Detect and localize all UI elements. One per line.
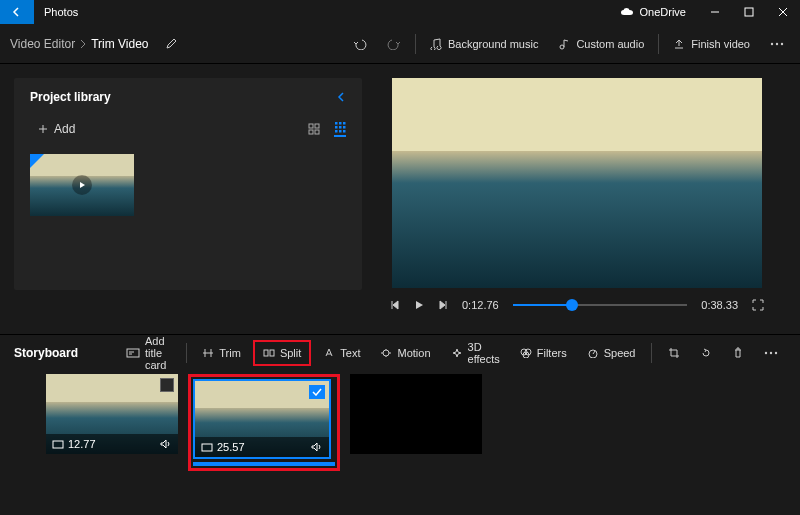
scrubber-knob[interactable] (566, 299, 578, 311)
breadcrumb-video-editor[interactable]: Video Editor (6, 37, 79, 51)
storyboard-clip-2-selected[interactable]: 25.57 (188, 374, 340, 471)
clip-selection-bar (193, 462, 335, 466)
rename-icon[interactable] (165, 38, 177, 50)
clip-duration: 25.57 (217, 441, 245, 453)
project-library-panel: Project library Add (0, 64, 376, 334)
back-button[interactable] (0, 0, 34, 24)
rotate-button[interactable] (692, 340, 720, 366)
library-title: Project library (30, 90, 111, 104)
library-clip-thumbnail[interactable] (30, 154, 134, 216)
volume-icon[interactable] (311, 442, 323, 452)
delete-button[interactable] (724, 340, 752, 366)
maximize-button[interactable] (732, 0, 766, 24)
onedrive-label: OneDrive (640, 6, 686, 18)
motion-label: Motion (397, 347, 430, 359)
more-button[interactable] (760, 24, 794, 64)
close-button[interactable] (766, 0, 800, 24)
storyboard-clip-empty[interactable] (350, 374, 482, 454)
text-label: Text (340, 347, 360, 359)
svg-point-5 (781, 42, 783, 44)
clip-duration: 12.77 (68, 438, 96, 450)
svg-rect-12 (343, 122, 346, 125)
play-button[interactable] (414, 300, 424, 310)
svg-rect-8 (309, 130, 313, 134)
clip-checkbox[interactable] (160, 378, 174, 392)
svg-rect-14 (339, 126, 342, 129)
collapse-icon[interactable] (336, 91, 346, 103)
add-label: Add (54, 122, 75, 136)
app-toolbar: Video Editor Trim Video Background music… (0, 24, 800, 64)
filters-label: Filters (537, 347, 567, 359)
svg-rect-22 (264, 350, 268, 356)
finish-label: Finish video (691, 38, 750, 50)
breadcrumb-trim-video[interactable]: Trim Video (87, 37, 152, 51)
svg-rect-32 (53, 441, 63, 448)
preview-frame[interactable] (392, 78, 762, 288)
selected-corner (30, 154, 44, 168)
split-button[interactable]: Split (253, 340, 311, 366)
add-media-button[interactable]: Add (30, 118, 83, 140)
redo-button[interactable] (377, 24, 411, 64)
svg-rect-1 (745, 8, 753, 16)
3d-label: 3D effects (468, 341, 500, 365)
finish-video-button[interactable]: Finish video (663, 24, 760, 64)
export-icon (673, 38, 685, 50)
svg-rect-9 (315, 130, 319, 134)
svg-point-2 (560, 45, 564, 49)
onedrive-status[interactable]: OneDrive (608, 6, 698, 18)
title-card-icon (126, 348, 140, 358)
motion-icon (380, 348, 392, 358)
volume-icon[interactable] (160, 439, 172, 449)
minimize-button[interactable] (698, 0, 732, 24)
prev-frame-button[interactable] (390, 300, 400, 310)
text-button[interactable]: Text (315, 340, 368, 366)
background-music-button[interactable]: Background music (420, 24, 549, 64)
more-storyboard-button[interactable] (756, 340, 786, 366)
add-title-card-button[interactable]: Add title card (118, 340, 178, 366)
svg-point-24 (383, 350, 389, 356)
duration-icon (52, 440, 64, 449)
trim-button[interactable]: Trim (194, 340, 249, 366)
play-overlay-icon (72, 175, 92, 195)
svg-rect-15 (343, 126, 346, 129)
bg-music-label: Background music (448, 38, 539, 50)
total-time: 0:38.33 (701, 299, 738, 311)
preview-panel: 0:12.76 0:38.33 (376, 64, 800, 334)
svg-rect-13 (335, 126, 338, 129)
trim-icon (202, 348, 214, 358)
svg-rect-33 (202, 444, 212, 451)
svg-rect-6 (309, 124, 313, 128)
next-frame-button[interactable] (438, 300, 448, 310)
svg-rect-19 (127, 349, 139, 357)
storyboard-clip-1[interactable]: 12.77 (46, 374, 178, 454)
trim-label: Trim (219, 347, 241, 359)
current-time: 0:12.76 (462, 299, 499, 311)
title-card-label: Add title card (145, 335, 170, 371)
storyboard-toolbar: Storyboard Add title card Trim Split Tex… (0, 334, 800, 370)
speed-icon (587, 348, 599, 358)
chevron-right-icon (79, 39, 87, 49)
clip-checkbox-checked[interactable] (309, 385, 325, 399)
speed-label: Speed (604, 347, 636, 359)
grid-large-icon[interactable] (308, 123, 320, 135)
grid-small-icon[interactable] (334, 121, 346, 137)
fullscreen-button[interactable] (752, 299, 764, 311)
undo-button[interactable] (343, 24, 377, 64)
scrubber[interactable] (513, 298, 688, 312)
3d-effects-button[interactable]: 3D effects (443, 340, 508, 366)
motion-button[interactable]: Motion (372, 340, 438, 366)
app-name: Photos (34, 6, 88, 18)
crop-button[interactable] (660, 340, 688, 366)
custom-audio-button[interactable]: Custom audio (548, 24, 654, 64)
svg-point-4 (776, 42, 778, 44)
svg-rect-10 (335, 122, 338, 125)
svg-point-3 (771, 42, 773, 44)
storyboard-strip: 12.77 25.57 (0, 370, 800, 515)
split-icon (263, 348, 275, 358)
filters-button[interactable]: Filters (512, 340, 575, 366)
svg-rect-18 (343, 130, 346, 133)
svg-point-30 (770, 351, 772, 353)
storyboard-title: Storyboard (14, 346, 114, 360)
svg-rect-23 (270, 350, 274, 356)
speed-button[interactable]: Speed (579, 340, 644, 366)
